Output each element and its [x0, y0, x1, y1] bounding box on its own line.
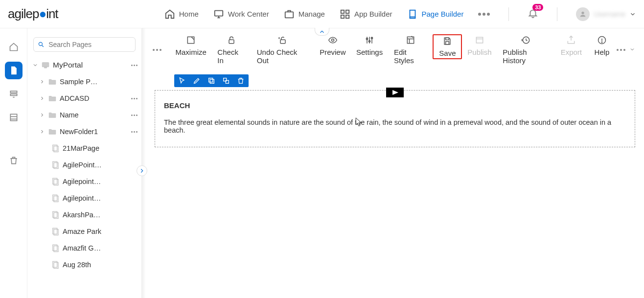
tree-page[interactable]: Amaze Park	[27, 223, 141, 240]
notifications-button[interactable]: 33	[528, 8, 538, 20]
tree-page[interactable]: Aug 28th	[27, 256, 141, 273]
styles-icon	[406, 35, 415, 45]
rail-components[interactable]	[5, 85, 23, 103]
row-menu-icon[interactable]	[130, 65, 138, 66]
action-export: Export	[555, 34, 587, 57]
logo: agilep●int	[8, 6, 58, 22]
nav-app-builder-label: App Builder	[354, 10, 392, 18]
svg-rect-43	[407, 37, 414, 43]
tree-page[interactable]: AkarshPa…	[27, 206, 141, 223]
svg-rect-45	[446, 42, 449, 45]
nav-app-builder[interactable]: App Builder	[340, 9, 392, 20]
action-preview[interactable]: Preview	[314, 34, 351, 57]
actions-chevron-down[interactable]	[629, 46, 635, 54]
copy-icon[interactable]	[207, 77, 215, 85]
action-help[interactable]: Help	[587, 34, 617, 57]
action-settings[interactable]: Settings	[351, 34, 388, 57]
tree-page-label: AgilePoint…	[63, 161, 141, 169]
page-icon	[51, 194, 60, 203]
action-check-in[interactable]: Check In	[211, 34, 251, 66]
search-input[interactable]	[48, 41, 131, 48]
actions-more-leading[interactable]	[153, 49, 161, 51]
action-label: Preview	[320, 48, 345, 56]
folder-icon	[48, 77, 57, 86]
action-label: Settings	[356, 48, 383, 56]
action-undo-check-out[interactable]: Undo Check Out	[251, 34, 315, 66]
action-save[interactable]: Save	[433, 34, 462, 59]
svg-point-13	[39, 42, 42, 46]
tree-page[interactable]: Agilepoint…	[27, 173, 141, 190]
rail-trash[interactable]	[5, 152, 23, 169]
tree-folder-label: Sample P…	[60, 78, 127, 86]
history-icon	[521, 35, 531, 45]
svg-rect-44	[446, 38, 449, 40]
svg-marker-55	[392, 90, 398, 95]
svg-rect-1	[285, 12, 293, 18]
svg-rect-10	[10, 114, 17, 120]
row-menu-icon[interactable]	[130, 98, 138, 99]
svg-rect-2	[341, 10, 344, 13]
chevron-down-icon	[629, 11, 636, 18]
duplicate-icon[interactable]	[222, 77, 230, 85]
rail-layouts[interactable]	[5, 109, 23, 126]
save-icon	[442, 36, 452, 46]
action-label: Export	[561, 48, 582, 56]
maximize-icon	[186, 35, 196, 45]
nav-page-builder[interactable]: Page Builder	[407, 9, 464, 20]
help-icon	[597, 35, 607, 45]
action-label: Save	[439, 49, 456, 57]
tree-folder[interactable]: ADCASD	[27, 90, 141, 107]
portal-icon	[41, 61, 50, 69]
sliders-icon	[365, 35, 374, 45]
page-canvas[interactable]: BEACH The three great elemental sounds i…	[146, 71, 644, 298]
nav-work-center[interactable]: Work Center	[213, 9, 269, 20]
svg-line-14	[42, 46, 44, 47]
svg-point-36	[331, 39, 334, 42]
rail-pages[interactable]	[5, 62, 23, 79]
row-menu-icon[interactable]	[130, 131, 138, 133]
tree-page[interactable]: Agilepoint…	[27, 190, 141, 206]
search-pages[interactable]	[33, 37, 136, 52]
action-label: Check In	[217, 48, 245, 65]
action-publish-history[interactable]: Publish History	[497, 34, 555, 66]
unlock-icon	[227, 35, 236, 45]
select-icon[interactable]	[178, 77, 186, 85]
tree-folder[interactable]: NewFolder1	[27, 123, 141, 140]
actions-more-trailing[interactable]	[617, 49, 625, 51]
action-maximize[interactable]: Maximize	[170, 34, 211, 57]
tree-page[interactable]: AgilePoint…	[27, 157, 141, 173]
nav-more-icon[interactable]	[478, 13, 490, 16]
nav-home[interactable]: Home	[164, 9, 199, 20]
grid-icon	[340, 9, 350, 20]
tree-folder[interactable]: Sample P…	[27, 73, 141, 90]
tree-page[interactable]: Amazfit G…	[27, 240, 141, 256]
tree-page-label: Amazfit G…	[63, 244, 141, 252]
delete-icon[interactable]	[237, 77, 245, 85]
tree-root[interactable]: MyPortal	[27, 57, 141, 73]
svg-rect-9	[10, 94, 17, 95]
tree-folder[interactable]: Name	[27, 107, 141, 123]
page-icon	[51, 160, 60, 169]
tree-page[interactable]: 21MarPage	[27, 140, 141, 157]
edit-icon[interactable]	[193, 77, 201, 85]
content-body: The three great elemental sounds in natu…	[164, 118, 626, 134]
user-menu[interactable]: Username	[576, 7, 636, 21]
avatar	[576, 7, 590, 21]
tree-collapse-button[interactable]	[137, 165, 147, 176]
content-block[interactable]: BEACH The three great elemental sounds i…	[155, 90, 635, 147]
nav-manage[interactable]: Manage	[284, 9, 325, 20]
folder-icon	[48, 111, 57, 119]
tree-page-label: Agilepoint…	[63, 194, 141, 202]
action-label: Help	[595, 48, 610, 56]
action-label: Undo Check Out	[257, 48, 309, 65]
workbench: Maximize Check In Undo Check Out Preview…	[146, 28, 644, 298]
row-menu-icon[interactable]	[130, 115, 138, 116]
svg-point-7	[582, 11, 584, 14]
action-edit-styles[interactable]: Edit Styles	[388, 34, 433, 66]
tree-page-label: Agilepoint…	[63, 178, 141, 185]
user-name: Username	[594, 10, 625, 18]
svg-rect-33	[188, 37, 194, 43]
rail-home[interactable]	[5, 38, 23, 56]
actions-toolbar: Maximize Check In Undo Check Out Preview…	[146, 28, 644, 71]
tree-page-label: 21MarPage	[63, 144, 141, 152]
